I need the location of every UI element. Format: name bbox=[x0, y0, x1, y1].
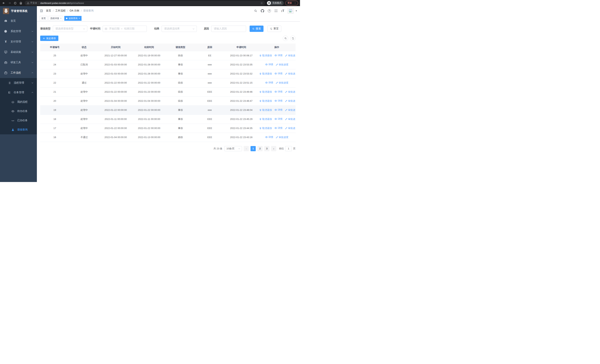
apply-time-label: 申请时间 bbox=[90, 27, 100, 30]
action-cancel-leave-link[interactable]: 取消请假 bbox=[259, 118, 272, 121]
prev-page-button[interactable]: ‹ bbox=[244, 146, 249, 151]
action-progress-link[interactable]: 审批进度 bbox=[285, 72, 296, 75]
leave-type-select[interactable]: 请选择请假类型 bbox=[53, 26, 87, 32]
table-row: 20处理中2022-01-04 00:00:002022-01-04 00:00… bbox=[40, 96, 296, 105]
sidebar-item-process-mgmt[interactable]: 流程管理 bbox=[0, 78, 37, 88]
row-reason: eee bbox=[195, 78, 225, 87]
action-detail-link[interactable]: 详情 bbox=[265, 135, 273, 139]
pen-icon bbox=[276, 82, 278, 84]
action-detail-link[interactable]: 详情 bbox=[274, 117, 282, 121]
action-cancel-leave-link[interactable]: 取消请假 bbox=[259, 108, 272, 112]
sidebar-item-leave-query[interactable]: 请假查询 bbox=[0, 125, 37, 134]
end-date-placeholder: 结束日期 bbox=[124, 27, 134, 30]
sidebar-item-payment[interactable]: ¥ 支付管理 bbox=[0, 37, 37, 47]
browser-nav bbox=[2, 1, 22, 5]
action-progress-link[interactable]: 审批进度 bbox=[276, 136, 288, 139]
row-end-time: 2022-01-26 00:00:00 bbox=[132, 60, 166, 69]
row-id: 25 bbox=[40, 51, 69, 60]
action-progress-link[interactable]: 审批进度 bbox=[285, 118, 296, 121]
topbar-actions: ? TT ▼ bbox=[254, 8, 297, 14]
action-detail-link[interactable]: 详情 bbox=[265, 63, 273, 66]
action-cancel-leave-link[interactable]: 取消请假 bbox=[259, 90, 272, 93]
breadcrumb-item[interactable]: 工作流程 bbox=[55, 9, 66, 12]
page-button[interactable]: 3 bbox=[264, 146, 269, 151]
sidebar-item-todo-tasks[interactable]: 待办任务 bbox=[0, 107, 37, 116]
chevron-down-icon bbox=[31, 51, 34, 53]
breadcrumb-separator: / bbox=[53, 9, 54, 12]
pen-icon bbox=[276, 63, 278, 66]
reload-icon[interactable] bbox=[14, 2, 17, 5]
refresh-table-button[interactable] bbox=[290, 36, 296, 41]
action-progress-link[interactable]: 审批进度 bbox=[285, 90, 296, 93]
close-icon[interactable]: × bbox=[60, 17, 62, 20]
action-detail-link[interactable]: 详情 bbox=[274, 90, 282, 93]
address-bar[interactable]: 不安全 dashboard.yudao.iocoder.cn/bpm/oa/le… bbox=[25, 1, 265, 5]
reset-button-label: 重置 bbox=[273, 27, 279, 30]
fullscreen-icon[interactable] bbox=[274, 9, 278, 12]
forward-icon[interactable] bbox=[8, 1, 11, 5]
update-button[interactable]: 更新 ⋮ bbox=[285, 1, 298, 5]
page-button[interactable]: 1 bbox=[251, 146, 256, 151]
reason-input[interactable]: 请输入原因 bbox=[211, 26, 246, 32]
action-detail-link[interactable]: 详情 bbox=[274, 99, 282, 103]
action-detail-link[interactable]: 详情 bbox=[265, 81, 273, 84]
font-size-icon[interactable]: TT bbox=[281, 9, 284, 12]
action-cancel-leave-link[interactable]: 取消请假 bbox=[259, 127, 272, 130]
row-status: 已取消 bbox=[69, 60, 99, 69]
action-progress-link[interactable]: 审批进度 bbox=[276, 63, 288, 66]
security-status[interactable]: 不安全 bbox=[27, 1, 37, 5]
sidebar-item-system[interactable]: 系统管理 bbox=[0, 26, 37, 37]
sidebar-item-home[interactable]: 首页 bbox=[0, 16, 37, 26]
avatar-dropdown-caret[interactable]: ▼ bbox=[295, 10, 297, 12]
row-end-time: 2022-01-23 00:00:00 bbox=[132, 87, 166, 96]
github-icon[interactable] bbox=[261, 9, 264, 13]
sidebar-item-done-tasks[interactable]: 已办任务 bbox=[0, 116, 37, 125]
back-icon[interactable] bbox=[2, 1, 5, 5]
action-cancel-leave-link[interactable]: 取消请假 bbox=[259, 72, 272, 75]
action-cancel-leave-link[interactable]: 取消请假 bbox=[259, 54, 272, 57]
eye-icon bbox=[11, 110, 15, 113]
action-detail-link[interactable]: 详情 bbox=[274, 72, 282, 75]
action-cancel-leave-link[interactable]: 取消请假 bbox=[259, 99, 272, 103]
tab-home[interactable]: 首页 bbox=[40, 16, 47, 21]
action-detail-link[interactable]: 详情 bbox=[274, 108, 282, 112]
row-reason: EEE bbox=[195, 96, 225, 105]
page-button[interactable]: 2 bbox=[257, 146, 262, 151]
action-progress-link[interactable]: 审批进度 bbox=[276, 81, 288, 84]
create-leave-button[interactable]: 发起请假 bbox=[40, 36, 58, 41]
show-search-button[interactable] bbox=[283, 36, 288, 41]
apply-time-range-picker[interactable]: 开始日期 - 结束日期 bbox=[103, 26, 147, 32]
result-select[interactable]: 请选择流结果 bbox=[162, 26, 197, 32]
avatar[interactable] bbox=[288, 8, 293, 14]
tab-process-detail[interactable]: 流程详情 × bbox=[48, 16, 63, 21]
next-page-button[interactable]: › bbox=[271, 146, 276, 151]
sidebar-item-task-mgmt[interactable]: 任务管理 bbox=[0, 88, 37, 97]
action-progress-link[interactable]: 审批进度 bbox=[285, 54, 296, 57]
reset-button[interactable]: 重置 bbox=[267, 26, 281, 32]
tab-leave-query[interactable]: 请假查询 × bbox=[64, 16, 82, 21]
sidebar-item-infra[interactable]: 基础设施 bbox=[0, 47, 37, 57]
bookmark-star-icon[interactable]: ☆ bbox=[261, 1, 263, 5]
home-icon[interactable] bbox=[19, 1, 22, 5]
row-leave-type: 事假 bbox=[166, 60, 195, 69]
help-icon[interactable]: ? bbox=[268, 9, 271, 12]
sidebar-item-devtools[interactable]: 研发工具 bbox=[0, 57, 37, 68]
action-progress-link[interactable]: 审批进度 bbox=[285, 127, 296, 130]
search-button[interactable]: 搜索 bbox=[250, 26, 263, 32]
sidebar-item-workflow[interactable]: 工作流程 bbox=[0, 68, 37, 78]
page-size-select[interactable]: 10条/页 bbox=[225, 146, 242, 151]
action-progress-link[interactable]: 审批进度 bbox=[285, 99, 296, 103]
breadcrumb-item[interactable]: 首页 bbox=[46, 9, 51, 12]
close-icon[interactable]: × bbox=[79, 17, 80, 20]
goto-page-input[interactable] bbox=[285, 146, 292, 151]
search-icon[interactable] bbox=[254, 9, 257, 12]
action-detail-link[interactable]: 详情 bbox=[274, 54, 282, 57]
sidebar-fold-icon[interactable] bbox=[40, 9, 43, 13]
action-progress-link[interactable]: 审批进度 bbox=[285, 108, 296, 112]
breadcrumb-item[interactable]: OA 示例 bbox=[70, 9, 79, 12]
row-status: 不通过 bbox=[69, 133, 99, 142]
sidebar-item-my-process[interactable]: 我的流程 bbox=[0, 97, 37, 107]
action-detail-link[interactable]: 详情 bbox=[274, 126, 282, 130]
trash-icon bbox=[259, 118, 262, 120]
browser-menu-icon[interactable]: ⋮ bbox=[294, 2, 296, 4]
